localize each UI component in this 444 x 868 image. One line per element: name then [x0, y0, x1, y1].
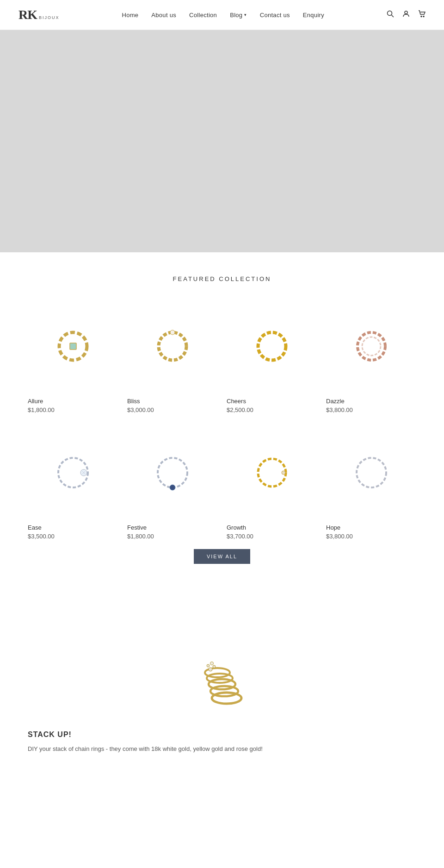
- product-name-growth: Growth: [227, 524, 317, 531]
- view-all-button[interactable]: VIEW ALL: [194, 549, 250, 564]
- stack-description: DIY your stack of chain rings - they com…: [28, 744, 263, 754]
- cart-icon[interactable]: [418, 10, 426, 19]
- product-card-ease[interactable]: Ease $3,500.00: [28, 427, 118, 540]
- product-card-cheers[interactable]: Cheers $2,500.00: [227, 301, 317, 413]
- search-icon[interactable]: [387, 10, 394, 19]
- product-name-dazzle: Dazzle: [326, 398, 416, 405]
- products-grid: Allure $1,800.00 Bliss $3,000.00 Cheers …: [28, 301, 416, 540]
- nav-collection[interactable]: Collection: [189, 12, 217, 19]
- product-name-hope: Hope: [326, 524, 416, 531]
- svg-point-9: [258, 332, 286, 360]
- svg-point-26: [209, 668, 212, 671]
- product-image-festive: [127, 427, 217, 518]
- product-image-hope: [326, 427, 416, 518]
- logo[interactable]: RK BIJOUX: [18, 7, 60, 22]
- product-name-festive: Festive: [127, 524, 217, 531]
- logo-bijoux: BIJOUX: [39, 15, 60, 20]
- product-name-ease: Ease: [28, 524, 118, 531]
- product-price-festive: $1,800.00: [127, 533, 217, 540]
- product-image-allure: [28, 301, 118, 391]
- product-price-growth: $3,700.00: [227, 533, 317, 540]
- blog-chevron-down-icon: ▾: [244, 12, 247, 17]
- svg-point-4: [423, 16, 424, 17]
- account-icon[interactable]: [402, 10, 410, 19]
- nav-contact[interactable]: Contact us: [260, 12, 290, 19]
- product-price-hope: $3,800.00: [326, 533, 416, 540]
- product-image-growth: [227, 427, 317, 518]
- product-card-growth[interactable]: Growth $3,700.00: [227, 427, 317, 540]
- svg-point-2: [405, 11, 407, 14]
- product-card-allure[interactable]: Allure $1,800.00: [28, 301, 118, 413]
- product-image-cheers: [227, 301, 317, 391]
- product-price-dazzle: $3,800.00: [326, 406, 416, 413]
- svg-point-28: [207, 664, 210, 667]
- view-all-wrap: VIEW ALL: [28, 549, 416, 564]
- stack-title: STACK UP!: [28, 731, 72, 739]
- svg-point-17: [170, 485, 175, 490]
- product-card-dazzle[interactable]: Dazzle $3,800.00: [326, 301, 416, 413]
- stack-image-wrap: [28, 638, 416, 712]
- nav-about[interactable]: About us: [151, 12, 176, 19]
- svg-rect-6: [70, 343, 76, 350]
- logo-rk: RK: [18, 7, 37, 22]
- nav-home[interactable]: Home: [122, 12, 138, 19]
- stack-rings-illustration: [185, 638, 259, 712]
- nav-blog[interactable]: Blog ▾: [230, 12, 247, 19]
- svg-point-27: [213, 665, 216, 668]
- product-card-festive[interactable]: Festive $1,800.00: [127, 427, 217, 540]
- featured-collection-title: FEATURED COLLECTION: [28, 275, 416, 282]
- svg-point-29: [210, 662, 214, 665]
- svg-point-7: [159, 332, 186, 360]
- svg-point-3: [421, 16, 422, 17]
- product-price-ease: $3,500.00: [28, 533, 118, 540]
- product-image-bliss: [127, 301, 217, 391]
- site-header: RK BIJOUX Home About us Collection Blog …: [0, 0, 444, 30]
- product-name-allure: Allure: [28, 398, 118, 405]
- product-price-cheers: $2,500.00: [227, 406, 317, 413]
- svg-point-8: [170, 330, 175, 335]
- svg-point-20: [357, 458, 386, 487]
- svg-point-0: [387, 11, 392, 16]
- svg-point-19: [282, 471, 285, 475]
- main-nav: Home About us Collection Blog ▾ Contact …: [122, 12, 324, 19]
- svg-line-1: [391, 15, 394, 18]
- hero-banner: [0, 30, 444, 252]
- header-icons: [387, 10, 426, 19]
- svg-point-11: [362, 337, 381, 356]
- product-image-ease: [28, 427, 118, 518]
- product-card-bliss[interactable]: Bliss $3,000.00: [127, 301, 217, 413]
- product-card-hope[interactable]: Hope $3,800.00: [326, 427, 416, 540]
- featured-collection-section: FEATURED COLLECTION Allure $1,800.00 Bli…: [0, 252, 444, 610]
- stack-section: STACK UP! DIY your stack of chain rings …: [0, 610, 444, 777]
- product-price-bliss: $3,000.00: [127, 406, 217, 413]
- product-price-allure: $1,800.00: [28, 406, 118, 413]
- nav-enquiry[interactable]: Enquiry: [303, 12, 324, 19]
- product-name-bliss: Bliss: [127, 398, 217, 405]
- svg-point-16: [158, 458, 187, 487]
- product-image-dazzle: [326, 301, 416, 391]
- product-name-cheers: Cheers: [227, 398, 317, 405]
